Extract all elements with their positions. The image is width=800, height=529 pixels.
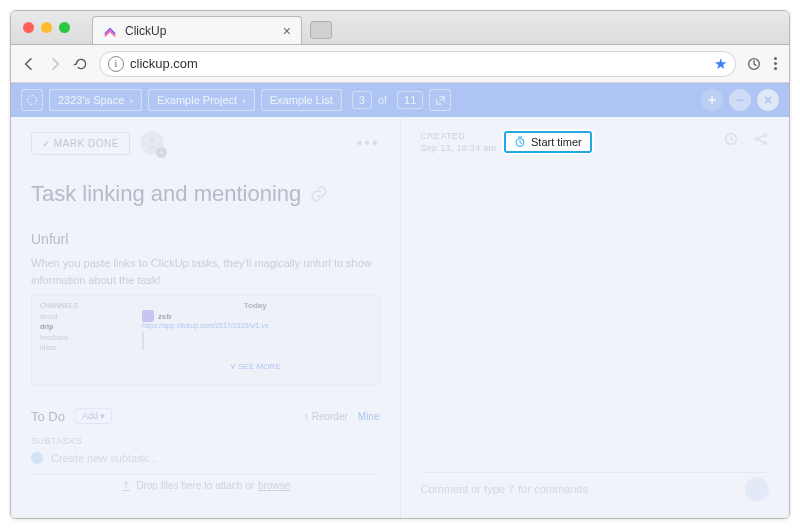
share-icon[interactable] [753, 131, 769, 147]
url-text: clickup.com [130, 56, 198, 71]
unfurl-body: When you paste links to ClickUp tasks, t… [31, 255, 380, 288]
reorder-button[interactable]: ↕ Reorder [304, 411, 348, 422]
task-index: 3 [352, 91, 372, 109]
back-button[interactable] [21, 56, 37, 72]
tab-close-icon[interactable]: × [283, 23, 291, 39]
mine-filter[interactable]: Mine [358, 411, 380, 422]
tab-strip: ClickUp × [11, 11, 789, 45]
comment-input[interactable]: Comment or type '/' for commands [421, 472, 770, 504]
mark-done-button[interactable]: ✓ MARK DONE [31, 132, 130, 155]
browser-toolbar: i clickup.com ★ [11, 45, 789, 83]
breadcrumb-project[interactable]: Example Project› [148, 89, 255, 111]
created-meta: CREATED Sep 13, 10:34 am [421, 131, 770, 153]
chevron-right-icon: › [242, 94, 246, 106]
reload-button[interactable] [73, 56, 89, 72]
breadcrumb-list[interactable]: Example List [261, 89, 342, 111]
bookmark-star-icon[interactable]: ★ [714, 55, 727, 73]
window-minimize[interactable] [41, 22, 52, 33]
assignee-avatar[interactable]: + [140, 131, 164, 155]
link-icon [309, 184, 329, 204]
close-task-button[interactable]: × [757, 89, 779, 111]
status-circle-icon [31, 452, 43, 464]
clickup-extension-icon[interactable] [746, 56, 762, 72]
send-comment-button[interactable] [745, 477, 769, 501]
browser-tab[interactable]: ClickUp × [92, 16, 302, 44]
description-section: Unfurl When you paste links to ClickUp t… [31, 231, 380, 386]
open-external-icon[interactable] [429, 89, 451, 111]
tab-title: ClickUp [125, 24, 275, 38]
clickup-favicon-icon [103, 24, 117, 38]
task-body: ✓ MARK DONE + ••• Task linking and menti… [11, 117, 789, 518]
new-subtask-input[interactable]: Create new subtask... [31, 452, 380, 464]
window-close[interactable] [23, 22, 34, 33]
upload-icon [120, 480, 132, 492]
start-timer-label: Start timer [531, 136, 582, 148]
browse-link[interactable]: browse [258, 480, 290, 491]
browser-window: ClickUp × i clickup.com ★ [10, 10, 790, 519]
window-controls [21, 11, 76, 44]
new-tab-button[interactable] [310, 21, 332, 39]
add-todo-button[interactable]: Add ▾ [75, 408, 113, 424]
watch-icon[interactable] [723, 131, 739, 147]
task-title[interactable]: Task linking and mentioning [31, 181, 380, 207]
svg-point-6 [764, 142, 767, 145]
forward-button[interactable] [47, 56, 63, 72]
slack-preview-image: CHANNELS about drip feedback ideas Today… [31, 294, 380, 386]
add-assignee-icon[interactable]: + [156, 147, 167, 158]
minimize-task-button[interactable]: − [729, 89, 751, 111]
attachment-dropzone[interactable]: Drop files here to attach or browse [31, 474, 380, 496]
task-right-pane: CREATED Sep 13, 10:34 am Comment or type… [401, 117, 790, 518]
chevron-right-icon: › [129, 94, 133, 106]
unfurl-heading: Unfurl [31, 231, 380, 247]
task-breadcrumb-bar: 2323's Space› Example Project› Example L… [11, 83, 789, 117]
window-maximize[interactable] [59, 22, 70, 33]
of-label: of [378, 94, 387, 106]
todo-section-header: To Do Add ▾ ↕ Reorder Mine [31, 408, 380, 424]
clickup-app: 2323's Space› Example Project› Example L… [11, 83, 789, 518]
address-bar[interactable]: i clickup.com ★ [99, 51, 736, 77]
browser-menu-button[interactable] [772, 57, 779, 70]
start-timer-tooltip[interactable]: Start timer [504, 131, 592, 153]
svg-point-5 [764, 134, 767, 137]
task-left-pane: ✓ MARK DONE + ••• Task linking and menti… [11, 117, 401, 518]
svg-point-1 [28, 96, 37, 105]
task-total: 11 [397, 91, 423, 109]
task-more-menu[interactable]: ••• [357, 134, 380, 152]
svg-point-4 [756, 138, 759, 141]
todo-label: To Do [31, 409, 65, 424]
breadcrumb-space[interactable]: 2323's Space› [49, 89, 142, 111]
subtasks-label: SUBTASKS [31, 436, 380, 446]
add-button[interactable]: + [701, 89, 723, 111]
timer-icon [514, 136, 526, 148]
space-icon[interactable] [21, 89, 43, 111]
svg-point-2 [150, 139, 154, 143]
site-info-icon[interactable]: i [108, 56, 124, 72]
